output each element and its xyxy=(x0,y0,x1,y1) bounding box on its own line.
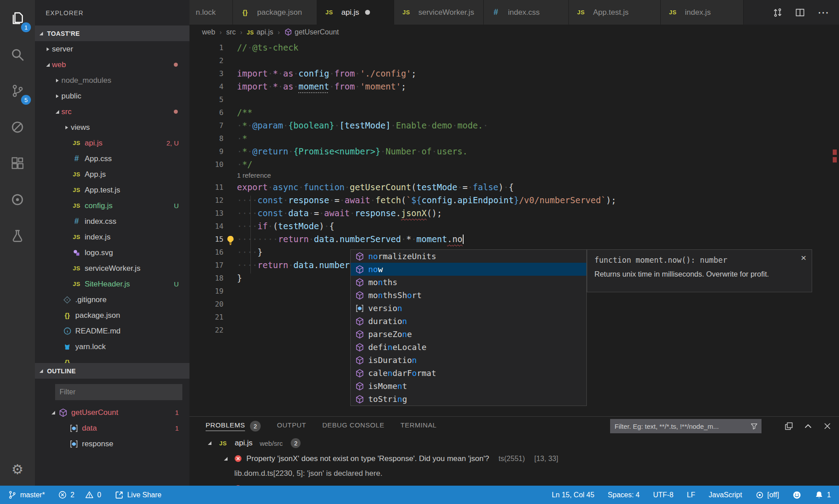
activity-debug[interactable] xyxy=(0,109,35,145)
panel-layout-icon[interactable] xyxy=(784,422,793,431)
status-branch-indicator[interactable]: master* xyxy=(8,491,45,499)
status-indentation[interactable]: Spaces: 4 xyxy=(608,491,640,499)
project-section-header[interactable]: TOAST'RE xyxy=(35,26,189,41)
code-line-content[interactable]: //·@ts-check xyxy=(224,41,298,54)
tab-index.css[interactable]: #index.css xyxy=(484,0,569,25)
suggestion-item[interactable]: months xyxy=(351,276,586,289)
outline-item-response[interactable]: response xyxy=(35,436,189,452)
status-eol[interactable]: LF xyxy=(687,491,695,499)
suggestion-item[interactable]: parseZone xyxy=(351,328,586,341)
chevron-up-icon[interactable] xyxy=(804,422,813,431)
close-icon[interactable] xyxy=(823,422,832,431)
tree-item-web[interactable]: web xyxy=(35,57,189,73)
panel-tab-problems[interactable]: PROBLEMS2 xyxy=(206,421,261,431)
code-line-content[interactable] xyxy=(224,298,237,311)
tab-api.js[interactable]: JSapi.js xyxy=(317,0,394,25)
related-info-row[interactable]: lib.dom.d.ts[2230, 5]: 'json' is declare… xyxy=(189,466,839,481)
status-notifications[interactable]: 1 xyxy=(815,491,831,499)
codelens-references[interactable]: 1 reference xyxy=(189,171,839,181)
code-line-content[interactable] xyxy=(224,324,237,337)
suggestion-item[interactable]: defineLocale xyxy=(351,341,586,354)
code-line-content[interactable] xyxy=(224,285,237,298)
suggestion-item[interactable]: toString xyxy=(351,393,586,406)
panel-tab-debug-console[interactable]: DEBUG CONSOLE xyxy=(322,421,384,431)
tree-item-README.md[interactable]: README.md xyxy=(35,323,189,339)
activity-remote[interactable] xyxy=(0,181,35,218)
panel-tab-output[interactable]: OUTPUT xyxy=(277,421,306,431)
tree-item-App.css[interactable]: #App.css xyxy=(35,151,189,167)
code-line-content[interactable]: import·*·as·config·from·'./config'; xyxy=(224,67,417,80)
tab-n.lock[interactable]: n.lock xyxy=(189,0,233,25)
split-editor-icon[interactable] xyxy=(795,8,805,17)
tree-item-serviceWorker.js[interactable]: JSserviceWorker.js xyxy=(35,261,189,276)
problem-row-partial[interactable]: Property 'no' does not exist on type 'ty… xyxy=(189,481,839,486)
code-line-content[interactable]: ····const·response·=·await·fetch(`${conf… xyxy=(224,194,616,207)
activity-testing[interactable] xyxy=(0,218,35,254)
code-line-content[interactable]: } xyxy=(224,272,242,285)
code-line-content[interactable]: ····} xyxy=(224,246,262,259)
tree-item-logo.svg[interactable]: logo.svg xyxy=(35,245,189,261)
problems-file-row[interactable]: JSapi.jsweb/src2 xyxy=(189,436,839,451)
problems-filter-input[interactable] xyxy=(610,419,750,433)
suggestion-item[interactable]: calendarFormat xyxy=(351,367,586,380)
tab-index.js[interactable]: JSindex.js xyxy=(661,0,744,25)
outline-item-getUserCount[interactable]: getUserCount1 xyxy=(35,405,189,420)
activity-explorer[interactable]: 1 xyxy=(0,0,35,36)
tree-item-yarn.lock[interactable]: yarn.lock xyxy=(35,339,189,355)
tree-item-views[interactable]: views xyxy=(35,120,189,135)
suggestion-item[interactable]: now xyxy=(351,263,586,276)
panel-tab-terminal[interactable]: TERMINAL xyxy=(400,421,437,431)
status-problems-summary[interactable]: 20 xyxy=(58,491,101,499)
tree-item-App.test.js[interactable]: JSApp.test.js xyxy=(35,182,189,198)
tree-item-index.css[interactable]: #index.css xyxy=(35,214,189,229)
code-line-content[interactable]: ····if·(testMode)·{ xyxy=(224,220,334,233)
code-line-content[interactable]: ····const·data·=·await·response.jsonX(); xyxy=(224,207,442,220)
tree-item-node_modules[interactable]: node_modules xyxy=(35,73,189,88)
status-encoding[interactable]: UTF-8 xyxy=(653,491,673,499)
compare-changes-icon[interactable] xyxy=(773,8,783,17)
activity-search[interactable] xyxy=(0,36,35,73)
breadcrumb-item-api.js[interactable]: JSapi.js xyxy=(247,28,273,36)
activity-extensions[interactable] xyxy=(0,145,35,181)
tab-serviceWorker.js[interactable]: JSserviceWorker.js xyxy=(394,0,484,25)
tree-item-package.json[interactable]: {}package.json xyxy=(35,308,189,323)
suggestion-item[interactable]: normalizeUnits xyxy=(351,250,586,263)
settings-button[interactable]: ⚙ xyxy=(0,451,35,487)
suggestion-item[interactable]: monthsShort xyxy=(351,289,586,302)
code-line-content[interactable]: /** xyxy=(224,106,252,119)
suggestion-item[interactable]: version xyxy=(351,302,586,315)
status-screencast-mode[interactable]: [off] xyxy=(756,491,779,499)
more-actions-icon[interactable]: ⋯ xyxy=(817,10,829,15)
suggestion-item[interactable]: isMoment xyxy=(351,380,586,393)
status-cursor-position[interactable]: Ln 15, Col 45 xyxy=(552,491,594,499)
code-line-content[interactable]: ·*/ xyxy=(224,158,252,171)
problem-row[interactable]: Property 'jsonX' does not exist on type … xyxy=(189,451,839,466)
breadcrumb-item-web[interactable]: web xyxy=(202,28,215,36)
lightbulb-icon[interactable] xyxy=(225,235,236,246)
code-line-content[interactable]: ·*·@return·{Promise<number>}·Number·of·u… xyxy=(224,145,468,158)
activity-source-control[interactable]: 5 xyxy=(0,73,35,109)
breadcrumb-item-getUserCount[interactable]: getUserCount xyxy=(284,28,339,36)
tree-item-config.js[interactable]: JSconfig.jsU xyxy=(35,198,189,214)
breadcrumb-item-src[interactable]: src xyxy=(226,28,236,36)
outline-section-header[interactable]: OUTLINE xyxy=(35,363,189,379)
status-live-share[interactable]: Live Share xyxy=(115,491,162,500)
outline-item-data[interactable]: data1 xyxy=(35,420,189,436)
tree-item-.gitignore[interactable]: .gitignore xyxy=(35,292,189,308)
tree-item-index.js[interactable]: JSindex.js xyxy=(35,229,189,245)
code-line-content[interactable] xyxy=(224,311,237,324)
outline-filter-input[interactable] xyxy=(55,384,182,400)
suggestion-item[interactable]: duration xyxy=(351,315,586,328)
tree-item-api.js[interactable]: JSapi.js2, U xyxy=(35,135,189,151)
tree-item-src[interactable]: src xyxy=(35,104,189,120)
tree-item-server[interactable]: server xyxy=(35,41,189,57)
close-icon[interactable]: × xyxy=(801,252,806,263)
tree-item-SiteHeader.js[interactable]: JSSiteHeader.jsU xyxy=(35,276,189,292)
code-line-content[interactable] xyxy=(224,54,237,67)
suggestion-item[interactable]: isDuration xyxy=(351,354,586,367)
tab-package.json[interactable]: {}package.json xyxy=(233,0,317,25)
code-line-content[interactable]: ·*·@param·{boolean}·[testMode]·Enable·de… xyxy=(224,119,488,132)
code-line-content[interactable]: export·async·function·getUserCount(testM… xyxy=(224,181,514,194)
filter-icon[interactable] xyxy=(750,423,758,430)
code-line-content[interactable] xyxy=(224,93,237,106)
